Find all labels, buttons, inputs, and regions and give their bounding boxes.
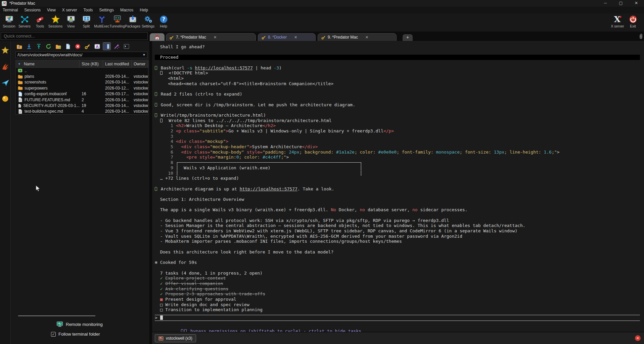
menu-help[interactable]: Help	[140, 8, 148, 12]
wand-icon[interactable]	[113, 43, 120, 50]
tab-close-icon[interactable]: ✕	[294, 35, 297, 40]
terminal[interactable]: Shall I go ahead? Proceed Bash(curl -s h…	[152, 41, 644, 332]
new-file-icon[interactable]	[64, 43, 72, 50]
column-header-size-kb-[interactable]: Size (KB)	[80, 60, 103, 67]
sessions-icon	[51, 14, 60, 24]
checkbox-icon[interactable]: ✓	[51, 332, 56, 337]
file-row[interactable]: superpowers2026-03-12...vstockw	[16, 85, 148, 91]
sidebar-footer: Remote monitoring ✓ Follow terminal fold…	[11, 316, 149, 341]
terminal-line	[155, 202, 641, 208]
close-icon[interactable]: ✕	[629, 0, 644, 7]
menu-x-server[interactable]: X server	[62, 8, 77, 12]
download-icon[interactable]	[25, 43, 33, 50]
file-modified: 2026-03-14...	[103, 103, 132, 108]
menu-view[interactable]: View	[47, 8, 56, 12]
menu-sessions[interactable]: Sessions	[24, 8, 41, 12]
column-header-name[interactable]: ▼Name	[16, 60, 80, 67]
column-header-last-modified[interactable]: Last modified	[103, 60, 132, 67]
path-value[interactable]: /Users/vstockwell/repos/wraith/docs/	[16, 53, 141, 57]
terminal-line: 7 tasks (4 done, 1 in progress, 2 open)	[155, 271, 641, 276]
folder-icon	[18, 74, 23, 79]
input-box[interactable]: > bypass permissions on (shift+tab to cy…	[155, 315, 641, 329]
home-tab[interactable]	[150, 33, 165, 41]
toolbar-split-button[interactable]: Split	[79, 14, 94, 28]
plane-icon	[1, 78, 9, 87]
toolbar-servers-button[interactable]: Servers	[17, 14, 32, 28]
file-row[interactable]: SECURITY-AUDIT-2026-03-1...192026-03-14.…	[16, 103, 148, 108]
stop-session-icon[interactable]: ✕	[635, 335, 641, 341]
terminal-icon[interactable]	[123, 43, 130, 50]
paperclip-icon[interactable]	[639, 34, 643, 39]
file-row[interactable]: ..	[16, 68, 148, 73]
session-thumbnail-icon	[158, 336, 164, 341]
column-header-owner[interactable]: Owner	[132, 60, 148, 67]
session-taskbar-tab[interactable]: vstockwell (x3)	[155, 334, 196, 342]
toolbar-multiexec-button[interactable]: MultiExec	[94, 14, 109, 28]
prompt-row[interactable]: >	[155, 315, 641, 321]
xserver-icon: X	[613, 14, 622, 24]
tab-9-predator-mac[interactable]: 9. *Predator Mac✕	[318, 33, 397, 41]
toolbar-help-button[interactable]: ?Help	[156, 14, 171, 28]
toolbar-exit-button[interactable]: Exit	[625, 14, 641, 28]
file-name: superpowers	[16, 85, 80, 91]
file-row[interactable]: config-export.mobaconf162026-03-17...vst…	[16, 91, 148, 97]
sidebar-tab-tools[interactable]	[1, 61, 10, 72]
app-icon	[2, 1, 7, 6]
remote-monitoring[interactable]: Remote monitoring	[11, 322, 149, 327]
toolbar-tunneling-button[interactable]: Tunneling	[109, 14, 125, 28]
toolbar-sessions-button[interactable]: Sessions	[48, 14, 63, 28]
toolbar-packages-button[interactable]: Packages	[125, 14, 140, 28]
tab-8-docker[interactable]: 8. *Docker✕	[258, 33, 316, 41]
maximize-icon[interactable]: ▢	[613, 0, 629, 7]
terminal-line	[155, 265, 641, 271]
file-row[interactable]: FUTURE-FEATURES.md22026-03-14...vstockw	[16, 97, 148, 103]
tab-7-predator-mac[interactable]: 7. *Predator Mac✕	[166, 33, 256, 41]
file-row[interactable]: screenshots2026-03-14...vstockw	[16, 79, 148, 85]
file-row[interactable]: test-buildout-spec.md42026-03-14...vstoc…	[16, 109, 148, 114]
parent-dir-icon[interactable]	[15, 43, 23, 50]
toolbar-tools-button[interactable]: Tools	[32, 14, 48, 28]
toolbar-x-server-button[interactable]: XX server	[610, 14, 625, 28]
menu-terminal[interactable]: Terminal	[3, 8, 18, 12]
menu-macros[interactable]: Macros	[120, 8, 133, 12]
menu-settings[interactable]: Settings	[99, 8, 114, 12]
sidebar-tab-sftp[interactable]	[1, 93, 10, 104]
file-name: ..	[16, 68, 80, 73]
menu-tools[interactable]: Tools	[84, 8, 93, 12]
multiexec-icon	[97, 14, 106, 24]
tab-close-icon[interactable]: ✕	[214, 35, 217, 40]
toolbar-session-button[interactable]: Session	[1, 14, 17, 28]
terminal-line	[155, 255, 641, 260]
file-modified: 2026-03-14...	[103, 74, 132, 79]
file-name: FUTURE-FEATURES.md	[16, 97, 80, 102]
new-folder-icon[interactable]	[54, 43, 62, 50]
toolbar-label: Tunneling	[109, 24, 125, 28]
upload-icon[interactable]	[35, 43, 42, 50]
split-icon	[82, 14, 91, 24]
terminal-line: ✓ Ask clarifying questions	[155, 286, 641, 292]
quick-connect-input[interactable]	[1, 32, 148, 40]
panel-splitter[interactable]	[150, 41, 152, 344]
file-owner: vstockw	[132, 86, 148, 91]
chevron-down-icon[interactable]: ▼	[141, 53, 147, 57]
toolbar-settings-button[interactable]: Settings	[140, 14, 156, 28]
minimize-icon[interactable]: ─	[598, 0, 613, 7]
sidebar-tab-sessions[interactable]	[1, 45, 10, 56]
rename-icon[interactable]: A	[93, 43, 101, 50]
toolbar-view-button[interactable]: View	[63, 14, 79, 28]
key-icon[interactable]	[84, 43, 91, 50]
refresh-icon[interactable]	[45, 43, 52, 50]
follow-terminal-folder[interactable]: ✓ Follow terminal folder	[11, 332, 149, 337]
new-tab-button[interactable]: +	[403, 34, 413, 41]
sidebar-tab-macros[interactable]	[1, 77, 10, 88]
svg-text:X: X	[614, 15, 620, 24]
file-row[interactable]: plans2026-03-14...vstockw	[16, 73, 148, 79]
dual-pane-icon[interactable]	[103, 43, 110, 50]
tunneling-icon	[113, 14, 122, 24]
terminal-line: ✓ Explore project context	[155, 276, 641, 281]
tab-close-icon[interactable]: ✕	[365, 35, 368, 40]
terminal-line: The app is a single Wails v3 binary (wra…	[155, 207, 641, 213]
tools-icon	[36, 14, 45, 24]
path-bar[interactable]: /Users/vstockwell/repos/wraith/docs/ ▼	[15, 52, 147, 58]
delete-icon[interactable]	[74, 43, 81, 50]
